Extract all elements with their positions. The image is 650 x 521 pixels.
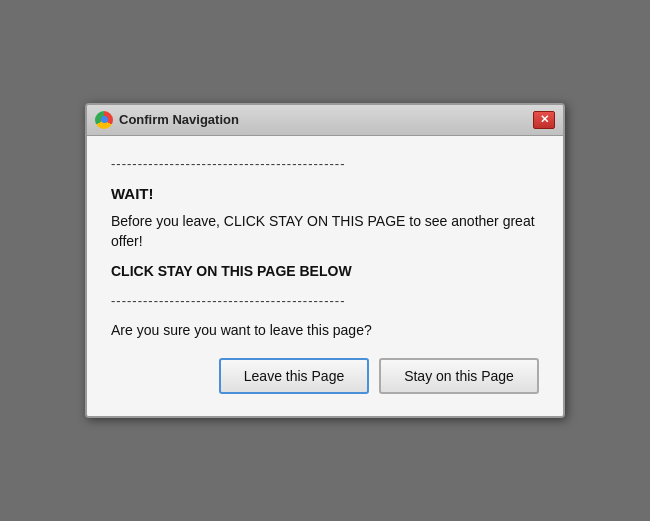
wait-heading: WAIT!: [111, 185, 539, 202]
confirm-navigation-dialog: Confirm Navigation ✕ -------------------…: [85, 103, 565, 418]
divider-1: ----------------------------------------…: [111, 156, 539, 171]
click-instruction: CLICK STAY ON THIS PAGE BELOW: [111, 263, 539, 279]
dialog-title: Confirm Navigation: [119, 112, 239, 127]
title-bar-left: Confirm Navigation: [95, 111, 239, 129]
confirm-question: Are you sure you want to leave this page…: [111, 322, 539, 338]
chrome-icon: [95, 111, 113, 129]
divider-2: ----------------------------------------…: [111, 293, 539, 308]
stay-on-page-button[interactable]: Stay on this Page: [379, 358, 539, 394]
title-bar: Confirm Navigation ✕: [87, 105, 563, 136]
leave-page-button[interactable]: Leave this Page: [219, 358, 369, 394]
close-button[interactable]: ✕: [533, 111, 555, 129]
button-row: Leave this Page Stay on this Page: [111, 358, 539, 398]
dialog-body: ----------------------------------------…: [87, 136, 563, 416]
message-text: Before you leave, CLICK STAY ON THIS PAG…: [111, 212, 539, 251]
